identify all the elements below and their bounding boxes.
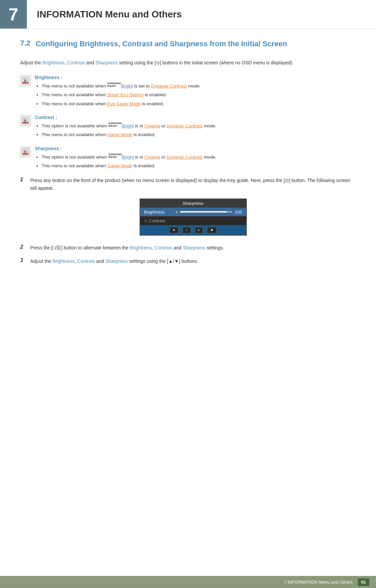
- bright-link[interactable]: Bright: [121, 83, 133, 89]
- step-3-content: Adjust the Brightness, Contrast and Shar…: [30, 257, 356, 265]
- samsung-magic-brand3: SAMSUNGMAGIC: [108, 153, 122, 159]
- dynamic-contrast-link2[interactable]: Dynamic Contrast: [167, 123, 203, 128]
- osd-brightness-row: Brightness ◄ 100: [140, 208, 246, 217]
- main-content: 7.2 Configuring Brightness, Contrast and…: [0, 39, 376, 298]
- osd-btn-minus[interactable]: −: [182, 227, 191, 233]
- step-2-number: 2: [20, 244, 30, 250]
- intro-text-before: Adjust the: [20, 60, 42, 65]
- note-icon-brightness: [20, 75, 31, 86]
- cinema-link2[interactable]: Cinema: [145, 155, 160, 160]
- list-item: This option is not available when SAMSUN…: [42, 153, 356, 161]
- intro-text-after: setting using the [⊙] buttons in the ini…: [118, 60, 293, 65]
- chapter-title: INFORMATION Menu and Others: [27, 0, 192, 28]
- intro-and: and: [85, 60, 95, 65]
- note-brightness-content: Brightness : This menu is not available …: [35, 75, 356, 109]
- step3-brightness: Brightness: [52, 258, 74, 264]
- intro-paragraph: Adjust the Brightness, Contrast and Shar…: [20, 59, 356, 66]
- osd-container: Sharpness Brightness ◄ 100 ∨ Contrast ✕ …: [30, 198, 356, 236]
- note-sharpness-content: Sharpness : This option is not available…: [35, 146, 356, 171]
- chapter-number: 7: [0, 0, 27, 28]
- list-item: This menu is not available when Smart Ec…: [42, 91, 356, 99]
- note-brightness: Brightness : This menu is not available …: [20, 75, 356, 109]
- osd-slider-fill: [180, 211, 227, 213]
- game-mode-link2[interactable]: Game Mode: [107, 163, 132, 168]
- note-brightness-list: This menu is not available when SAMSUNGM…: [35, 82, 356, 108]
- intro-comma1: ,: [64, 60, 67, 65]
- osd-slider-area: ◄: [174, 210, 232, 214]
- dynamic-contrast-link[interactable]: Dynamic Contrast: [151, 83, 187, 89]
- game-mode-link[interactable]: Game Mode: [107, 132, 132, 137]
- section-number: 7.2: [20, 39, 31, 48]
- list-item: This menu is not available when SAMSUNGM…: [42, 82, 356, 90]
- page-footer: 7 INFORMATION Menu and Others 91: [0, 576, 376, 588]
- step-2: 2 Press the [□/☰] button to alternate be…: [20, 244, 356, 251]
- step2-sharpness: Sharpness: [183, 245, 205, 250]
- page-header: 7 INFORMATION Menu and Others: [0, 0, 376, 29]
- section-title: Configuring Brightness, Contrast and Sha…: [36, 39, 287, 49]
- note-icon-contrast: [20, 115, 31, 126]
- smart-eco-saving-link[interactable]: Smart Eco Saving: [107, 92, 144, 97]
- note-sharpness-list: This option is not available when SAMSUN…: [35, 153, 356, 170]
- note-contrast: Contrast : This option is not available …: [20, 115, 356, 140]
- osd-title: Sharpness: [140, 199, 246, 208]
- step2-contrast: Contrast: [155, 245, 172, 250]
- intro-sharpness: Sharpness: [95, 60, 118, 65]
- svg-rect-5: [22, 153, 29, 155]
- osd-contrast-label: Contrast: [149, 218, 165, 223]
- svg-rect-1: [22, 82, 29, 83]
- osd-slider: [180, 211, 232, 213]
- osd-btn-x[interactable]: ✕: [169, 227, 178, 233]
- note-sharpness: Sharpness : This option is not available…: [20, 146, 356, 171]
- step-3-number: 3: [20, 257, 30, 263]
- samsung-magic-brand2: SAMSUNGMAGIC: [108, 122, 122, 127]
- list-item: This option is not available when SAMSUN…: [42, 122, 356, 130]
- step-1-content: Press any button on the front of the pro…: [30, 177, 356, 192]
- footer-page-number: 91: [358, 578, 369, 586]
- note-contrast-list: This option is not available when SAMSUN…: [35, 122, 356, 139]
- step2-brightness: Brightness: [130, 245, 152, 250]
- list-item: This menu is not available when Game Mod…: [42, 162, 356, 170]
- dynamic-contrast-link3[interactable]: Dynamic Contrast: [167, 155, 203, 160]
- osd-btn-plus[interactable]: +: [195, 227, 203, 233]
- bright-link3[interactable]: Bright: [122, 155, 134, 160]
- note-sharpness-heading: Sharpness :: [35, 146, 356, 151]
- osd-bottom-bar: ✕ − + ▼: [140, 225, 246, 235]
- osd-contrast-row: ∨ Contrast: [140, 217, 246, 225]
- step-2-content: Press the [□/☰] button to alternate betw…: [30, 244, 356, 251]
- osd-left-arrow: ◄: [174, 210, 178, 214]
- osd-box: Sharpness Brightness ◄ 100 ∨ Contrast ✕ …: [140, 198, 247, 236]
- samsung-magic-brand: SAMSUNGMAGIC: [107, 82, 121, 87]
- section-heading: 7.2 Configuring Brightness, Contrast and…: [20, 39, 356, 49]
- note-contrast-heading: Contrast :: [35, 115, 356, 120]
- list-item: This menu is not available when Game Mod…: [42, 131, 356, 139]
- intro-contrast: Contrast: [67, 60, 85, 65]
- list-item: This menu is not available when Eye Save…: [42, 100, 356, 108]
- note-contrast-content: Contrast : This option is not available …: [35, 115, 356, 140]
- intro-brightness: Brightness: [42, 60, 64, 65]
- osd-brightness-label: Brightness: [144, 210, 174, 215]
- cinema-link[interactable]: Cinema: [145, 123, 160, 128]
- osd-brightness-value: 100: [232, 210, 242, 215]
- note-icon-sharpness: [20, 146, 31, 157]
- step-1: 1 Press any button on the front of the p…: [20, 177, 356, 192]
- osd-btn-down[interactable]: ▼: [207, 227, 217, 233]
- svg-rect-3: [22, 122, 29, 123]
- step-3: 3 Adjust the Brightness, Contrast and Sh…: [20, 257, 356, 265]
- note-brightness-heading: Brightness :: [35, 75, 356, 80]
- bright-link2[interactable]: Bright: [122, 123, 134, 128]
- eye-saver-mode-link[interactable]: Eye Saver Mode: [107, 101, 141, 106]
- step3-sharpness: Sharpness: [105, 258, 128, 264]
- osd-chevron-icon: ∨: [144, 219, 147, 223]
- footer-text: 7 INFORMATION Menu and Others: [284, 580, 353, 585]
- step3-contrast: Contrast: [77, 258, 95, 264]
- step-1-number: 1: [20, 177, 30, 183]
